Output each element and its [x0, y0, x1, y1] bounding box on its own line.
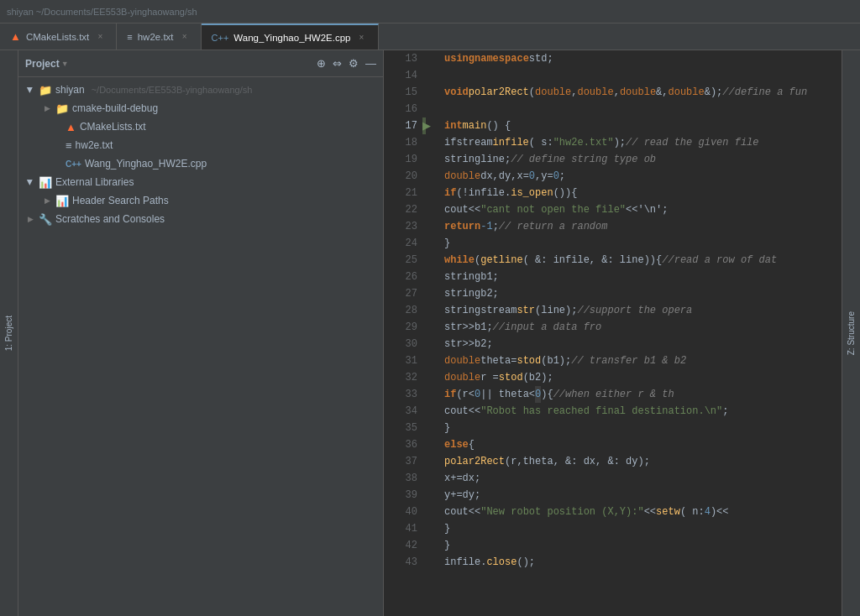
code-lines[interactable]: using namespace std;void polar2Rect(doub…: [441, 50, 842, 616]
structure-panel[interactable]: Z: Structure: [842, 50, 860, 616]
cmake-icon: ▲: [10, 30, 21, 43]
tree-item-external-libs[interactable]: ▶ 📊 External Libraries: [18, 173, 383, 191]
project-sidebar-tab[interactable]: 1: Project: [0, 50, 18, 616]
project-header: Project ▼ ⊕ ⇔ ⚙ —: [18, 50, 383, 77]
tree-label: Header Search Paths: [72, 195, 169, 206]
tree-label: CMakeLists.txt: [80, 121, 146, 133]
line-numbers: 1314151617181920212223242526272829303132…: [384, 50, 421, 616]
cmake-file-icon: ▲: [66, 121, 76, 133]
split-icon[interactable]: ⇔: [333, 57, 342, 70]
tree-label: hw2e.txt: [76, 139, 113, 151]
tree-item-shiyan[interactable]: ▶ 📁 shiyan ~/Documents/EE553B-yinghaowan…: [18, 81, 383, 99]
txt-icon: ≡: [127, 32, 132, 42]
tab-hw2e-label: hw2e.txt: [138, 32, 174, 42]
cpp-icon: C++: [212, 33, 229, 43]
cpp-file-icon: C++: [66, 159, 81, 169]
tab-bar: ▲ CMakeLists.txt × ≡ hw2e.txt × C++ Wang…: [0, 23, 860, 50]
arrow-icon: ▶: [42, 196, 52, 206]
tree-item-wang-cpp[interactable]: C++ Wang_Yinghao_HW2E.cpp: [18, 154, 383, 173]
project-title: Project: [25, 58, 60, 70]
tree-label: shiyan: [55, 84, 85, 96]
project-panel: Project ▼ ⊕ ⇔ ⚙ — ▶ 📁 shiyan ~/Documents…: [18, 50, 384, 616]
tree-label: cmake-build-debug: [72, 102, 158, 114]
tab-hw2e[interactable]: ≡ hw2e.txt ×: [117, 23, 201, 50]
tree-item-cmake-build[interactable]: ▶ 📁 cmake-build-debug: [18, 99, 383, 117]
project-tree: ▶ 📁 shiyan ~/Documents/EE553B-yinghaowan…: [18, 77, 383, 616]
tab-cmake-label: CMakeLists.txt: [26, 32, 89, 42]
breadcrumb: shiyan ~/Documents/EE553B-yinghaowang/sh: [7, 7, 197, 17]
arrow-icon: ▶: [25, 85, 35, 95]
arrow-icon: ▶: [25, 177, 35, 187]
tree-item-scratches[interactable]: ▶ 🔧 Scratches and Consoles: [18, 210, 383, 228]
tree-label: External Libraries: [55, 176, 134, 188]
minimize-icon[interactable]: —: [365, 57, 376, 70]
tree-item-header-search[interactable]: ▶ 📊 Header Search Paths: [18, 191, 383, 210]
tab-cmake-close[interactable]: ×: [94, 31, 106, 43]
chevron-down-icon: ▼: [61, 60, 69, 68]
arrow-icon: ▶: [42, 103, 52, 113]
structure-label: Z: Structure: [847, 311, 856, 355]
tab-main-label: Wang_Yinghao_HW2E.cpp: [233, 33, 350, 43]
search-paths-icon: 📊: [55, 195, 69, 207]
line-gutter: ▶: [421, 50, 441, 616]
tree-item-cmakelists[interactable]: ▲ CMakeLists.txt: [18, 117, 383, 136]
tab-cmake[interactable]: ▲ CMakeLists.txt ×: [0, 23, 117, 50]
tree-label: Scratches and Consoles: [55, 213, 165, 225]
project-dropdown[interactable]: Project ▼: [25, 58, 69, 70]
tree-label: Wang_Yinghao_HW2E.cpp: [85, 158, 207, 170]
tab-hw2e-close[interactable]: ×: [179, 31, 191, 43]
gear-icon[interactable]: ⚙: [349, 57, 359, 70]
folder-icon: 📁: [39, 84, 52, 97]
txt-file-icon: ≡: [66, 139, 72, 152]
globe-icon[interactable]: ⊕: [317, 57, 326, 70]
project-tab-label: 1: Project: [4, 316, 13, 351]
arrow-icon: ▶: [25, 214, 35, 224]
scratches-icon: 🔧: [39, 213, 52, 226]
code-editor[interactable]: 1314151617181920212223242526272829303132…: [384, 50, 842, 616]
project-toolbar: ⊕ ⇔ ⚙ —: [317, 57, 376, 70]
code-content: 1314151617181920212223242526272829303132…: [384, 50, 842, 616]
library-icon: 📊: [39, 176, 52, 189]
top-bar: shiyan ~/Documents/EE553B-yinghaowang/sh: [0, 0, 860, 23]
tree-sublabel: ~/Documents/EE553B-yinghaowang/sh: [92, 85, 253, 95]
main-content: 1: Project Project ▼ ⊕ ⇔ ⚙ — ▶ 📁 shiyan …: [0, 50, 860, 616]
tab-main[interactable]: C++ Wang_Yinghao_HW2E.cpp ×: [202, 23, 379, 50]
tree-item-hw2e[interactable]: ≡ hw2e.txt: [18, 136, 383, 154]
tab-main-close[interactable]: ×: [356, 32, 368, 44]
folder-icon: 📁: [55, 102, 69, 115]
